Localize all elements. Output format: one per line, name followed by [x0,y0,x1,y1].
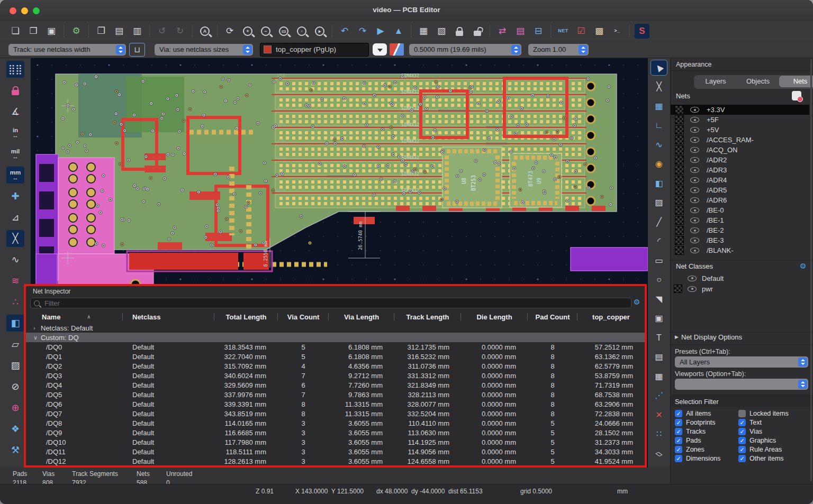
checkbox[interactable] [738,410,746,417]
add-rule-area-icon[interactable]: ▨ [651,196,667,210]
save-icon[interactable]: ▣ [44,24,59,39]
grid-dots-icon[interactable]: ⣿⣿ [6,61,24,78]
add-textbox-icon[interactable]: ▤ [651,350,667,365]
group-row[interactable]: ∨Custom: DQ [26,333,645,342]
net-inspector-row[interactable]: /DQ6Default339.3391 mm811.3315 mm328.007… [26,399,645,409]
checkbox[interactable]: ✓ [738,419,746,426]
zone-fill-mode-icon[interactable]: ◧ [6,315,24,332]
checkbox[interactable]: ✓ [738,437,746,444]
zoom-page-icon[interactable]: ▭ [276,24,291,39]
net-color-swatch[interactable] [675,246,684,255]
checkbox[interactable]: ✓ [675,437,682,444]
add-polygon-icon[interactable]: ◥ [651,292,667,307]
route-tracks-icon[interactable]: ∟ [651,118,667,133]
net-color-swatch[interactable] [675,155,684,164]
redo-icon[interactable]: ↻ [173,24,187,39]
eye-icon[interactable] [690,127,699,133]
net-color-swatch[interactable] [675,125,684,134]
panel-scrollbar[interactable] [810,59,812,481]
group-row[interactable]: ›Netclass: Default [26,323,645,333]
layer-pair-swatch[interactable] [390,43,404,56]
tab-nets[interactable]: Nets [779,76,813,87]
track-posture-button[interactable]: ⊔ [129,43,145,57]
find-icon[interactable]: A [197,24,212,39]
zoom-select[interactable]: Zoom 1.00 [528,44,589,56]
net-class-row[interactable]: Default [671,273,809,283]
netlist-icon[interactable]: NET [556,24,571,39]
net-row[interactable]: /ADR4 [671,175,809,185]
net-row[interactable]: /BE-3 [671,235,809,245]
show-ratsnest-icon[interactable]: ╳ [6,230,24,247]
eye-icon[interactable] [690,117,699,123]
refresh-view-icon[interactable]: ⟳ [222,24,237,39]
net-row[interactable]: /ADR2 [671,155,809,165]
plot-icon[interactable]: ▥ [130,24,144,39]
net-inspector-row[interactable]: /DQ8Default114.0165 mm33.6055 mm110.4110… [26,418,645,428]
open-file-icon[interactable]: ❒ [26,24,41,39]
add-image-icon[interactable]: ▣ [651,311,667,326]
rotate-ccw-icon[interactable]: ↶ [337,24,352,39]
net-classes-settings-icon[interactable]: ⚙ [799,263,807,270]
filter-dimensions[interactable]: ✓Dimensions [675,454,720,463]
ungroup-icon[interactable]: ▧ [434,24,449,39]
net-color-swatch[interactable] [675,115,684,124]
eye-icon[interactable] [690,227,699,233]
sketch-pads-mode-icon[interactable]: ⊕ [6,399,24,416]
eye-icon[interactable] [690,207,699,213]
net-color-swatch[interactable] [675,176,684,185]
filter-input[interactable] [43,299,617,308]
eye-icon[interactable] [690,137,699,143]
drc-exclusions-icon[interactable]: ▩ [592,24,607,39]
column-header-top_copper[interactable]: top_copper [577,310,645,323]
select-tool-icon[interactable]: ▶ [651,60,667,75]
net-inspector-row[interactable]: /DQ7Default343.8519 mm811.3315 mm332.520… [26,409,645,418]
checkbox[interactable]: ✓ [675,419,682,426]
net-class-swatch[interactable] [674,285,682,293]
eye-icon[interactable] [690,177,699,183]
scripting-console-icon[interactable]: >_ [610,24,625,39]
column-header-via-length[interactable]: Via Length [329,310,394,323]
eye-icon[interactable] [690,187,699,193]
add-arc-icon[interactable]: ◜ [651,234,667,249]
net-row[interactable]: /ACCES_RAM- [671,135,809,145]
net-color-swatch[interactable] [675,196,684,205]
eye-icon[interactable] [690,147,699,153]
eye-icon[interactable] [688,286,697,292]
checkbox[interactable]: ✓ [738,455,746,462]
zoom-out-icon[interactable]: − [258,24,273,39]
chevron-right-icon[interactable]: › [33,325,41,331]
chevron-down-icon[interactable]: ∨ [33,334,41,341]
net-color-swatch[interactable] [675,135,684,144]
flip-vertical-icon[interactable]: ▲ [391,24,406,39]
delete-tool-icon[interactable]: ✕ [651,408,667,423]
net-color-swatch[interactable] [675,186,684,195]
column-header-total-length[interactable]: Total Length [214,310,278,323]
net-inspector-row[interactable]: /DQ10Default117.7980 mm33.6055 mm114.192… [26,437,645,447]
net-row[interactable]: /ADR6 [671,195,809,205]
net-inspector-row[interactable]: /DQ4Default329.5609 mm67.7260 mm321.8349… [26,380,645,390]
undo-icon[interactable]: ↺ [155,24,169,39]
lock-icon[interactable] [452,24,467,39]
checkbox[interactable]: ✓ [738,446,746,453]
filter-all-items[interactable]: ✓All items [675,409,711,418]
zoom-objects-icon[interactable]: ▫ [294,24,309,39]
net-color-swatch[interactable] [675,206,684,215]
filter-zones[interactable]: ✓Zones [675,445,704,454]
checkbox[interactable]: ✓ [675,410,682,417]
tab-layers[interactable]: Layers [694,76,737,87]
filter-locked-items[interactable]: Locked items [738,409,789,418]
new-file-icon[interactable]: ❏ [8,24,23,39]
zone-unfilled-mode-icon[interactable]: ▱ [6,336,24,353]
layer-select[interactable]: top_copper (PgUp) [260,43,369,57]
tab-objects[interactable]: Objects [737,76,779,87]
filter-tracks[interactable]: ✓Tracks [675,427,706,436]
add-zone-icon[interactable]: ◧ [651,176,667,191]
flip-horizontal-icon[interactable]: ▶ [373,24,388,39]
eye-icon[interactable] [690,107,699,113]
net-inspector-settings-icon[interactable]: ⚙ [633,299,642,306]
net-class-row[interactable]: pwr [671,283,809,294]
filter-footprints[interactable]: ✓Footprints [675,418,716,427]
layer-display-icon[interactable]: ❖ [6,420,24,437]
column-header-die-length[interactable]: Die Length [461,310,528,323]
magnetic-snap-icon[interactable]: ✚ [6,188,24,205]
